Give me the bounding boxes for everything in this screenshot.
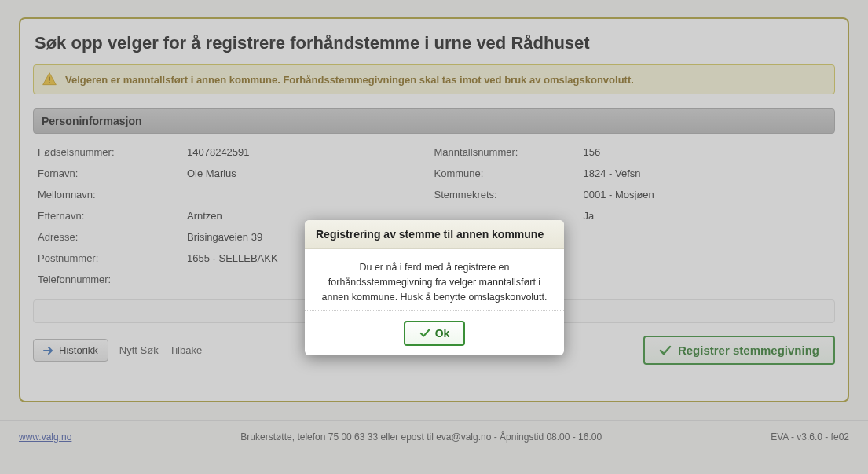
- dialog-body: Du er nå i ferd med å registrere en forh…: [305, 249, 564, 311]
- dialog-ok-label: Ok: [435, 327, 450, 340]
- dialog-ok-button[interactable]: Ok: [404, 321, 466, 346]
- dialog-registrering: Registrering av stemme til annen kommune…: [305, 220, 564, 355]
- dialog-title: Registrering av stemme til annen kommune: [305, 220, 564, 249]
- check-icon: [419, 329, 430, 338]
